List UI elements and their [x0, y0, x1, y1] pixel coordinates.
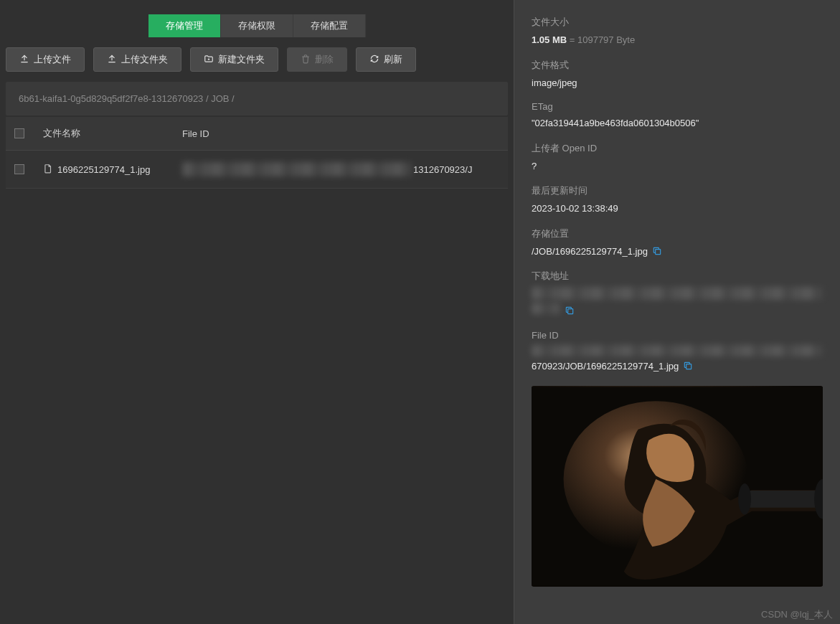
upload-icon	[19, 54, 29, 66]
copy-icon[interactable]	[565, 306, 575, 316]
value-updated: 2023-10-02 13:38:49	[532, 202, 823, 216]
row-fileid-suffix: 1312670923/J	[413, 164, 499, 175]
tab-storage-config[interactable]: 存储配置	[293, 14, 366, 37]
new-folder-label: 新建文件夹	[218, 53, 265, 66]
breadcrumb[interactable]: 6b61-kaifa1-0g5d829q5df2f7e8-1312670923 …	[6, 82, 508, 115]
value-location: /JOB/1696225129774_1.jpg	[532, 245, 823, 259]
main-panel: 存储管理 存储权限 存储配置 上传文件 上传文件夹 新建文件夹 删除 刷新 6b…	[0, 0, 514, 624]
value-uploader: ?	[532, 159, 823, 174]
trash-icon	[301, 54, 311, 66]
tab-storage-perm[interactable]: 存储权限	[221, 14, 293, 37]
file-icon	[43, 164, 53, 176]
refresh-icon	[369, 54, 379, 66]
refresh-button[interactable]: 刷新	[356, 47, 416, 72]
upload-folder-button[interactable]: 上传文件夹	[93, 47, 181, 72]
label-etag: ETag	[532, 101, 823, 112]
select-all-checkbox[interactable]	[14, 128, 24, 138]
svg-rect-0	[655, 249, 660, 254]
value-format: image/jpeg	[532, 76, 823, 90]
label-format: 文件格式	[532, 59, 823, 72]
label-location: 存储位置	[532, 227, 823, 240]
row-fileid-redacted	[182, 162, 412, 176]
detail-panel: 文件大小 1.05 MB = 1097797 Byte 文件格式 image/j…	[514, 0, 840, 624]
label-download: 下载地址	[532, 270, 823, 283]
copy-icon[interactable]	[683, 361, 693, 371]
svg-rect-1	[567, 309, 572, 314]
refresh-label: 刷新	[384, 53, 402, 66]
table-row[interactable]: 1696225129774_1.jpg 1312670923/J	[6, 151, 508, 189]
svg-rect-5	[745, 491, 823, 508]
folder-plus-icon	[204, 54, 214, 66]
label-fileid: File ID	[532, 330, 823, 341]
value-size: 1.05 MB = 1097797 Byte	[532, 33, 823, 47]
upload-folder-label: 上传文件夹	[121, 53, 168, 66]
row-checkbox[interactable]	[14, 164, 24, 174]
value-etag: "02fa319441a9be463fda0601304b0506"	[532, 116, 823, 131]
copy-icon[interactable]	[652, 246, 662, 256]
label-updated: 最后更新时间	[532, 184, 823, 197]
upload-file-label: 上传文件	[34, 53, 71, 66]
delete-button: 删除	[287, 47, 347, 72]
row-filename: 1696225129774_1.jpg	[57, 164, 150, 175]
label-uploader: 上传者 Open ID	[532, 142, 823, 155]
image-preview	[532, 386, 823, 587]
toolbar: 上传文件 上传文件夹 新建文件夹 删除 刷新	[6, 47, 508, 72]
value-fileid: 670923/JOB/1696225129774_1.jpg	[532, 345, 823, 374]
svg-rect-2	[686, 364, 692, 369]
svg-point-7	[738, 483, 751, 515]
tab-storage-manage[interactable]: 存储管理	[148, 14, 221, 37]
upload-file-button[interactable]: 上传文件	[6, 47, 85, 72]
table-header: 文件名称 File ID	[6, 117, 508, 151]
col-filename: 文件名称	[43, 127, 179, 140]
col-fileid: File ID	[179, 128, 413, 139]
label-size: 文件大小	[532, 16, 823, 29]
tab-bar: 存储管理 存储权限 存储配置	[6, 14, 508, 37]
new-folder-button[interactable]: 新建文件夹	[190, 47, 278, 72]
delete-label: 删除	[315, 53, 334, 66]
upload-icon	[107, 54, 117, 66]
value-download	[532, 287, 823, 318]
